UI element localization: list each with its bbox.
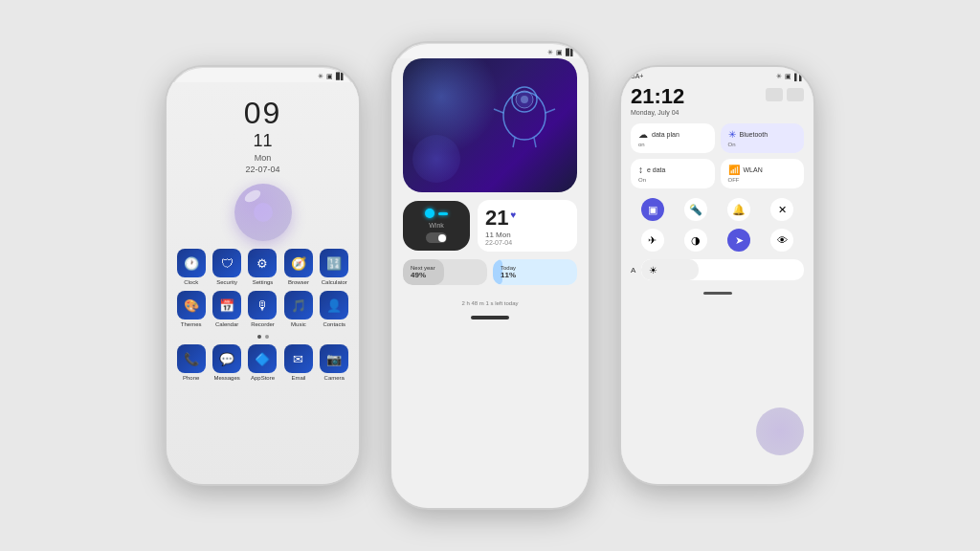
app-grid-row2: 🎨 Themes 📅 Calendar 🎙 Recorder 🎵 Music 👤… [176,291,349,327]
tile-wlan-label: WLAN [744,166,763,173]
tile-bt-sub: On [728,142,797,147]
tile-bluetooth[interactable]: ✳ Bluetooth On [721,123,805,153]
app-calendar-icon: 📅 [212,291,241,320]
bt3-icon: ✳ [776,73,782,80]
ctrl-torch[interactable]: 🔦 [684,198,707,221]
edata-icon: ↕ [638,165,643,175]
tile-edata-sub: On [638,177,707,183]
wlan-icon: 📶 [728,165,740,175]
date3: Monday, July 04 [631,109,684,116]
progress-today: Today 11% [493,259,577,285]
app-browser-label: Browser [288,279,309,285]
app-themes-label: Themes [181,321,202,327]
brightness-slider[interactable]: ☀ [641,259,804,280]
dot-active [257,335,261,339]
app-store-icon: 🔷 [248,344,277,373]
eye-right [438,212,448,215]
app-grid-row3: 📞 Phone 💬 Messages 🔷 AppStore ✉ Email 📷 … [176,344,349,381]
app-msg-icon: 💬 [212,344,241,373]
bt2-icon: ✳ [547,49,553,56]
clock-widget: 09 11 Mon 22-07-04 [176,96,349,174]
tile-data-plan[interactable]: ☁ data plan on [631,123,715,153]
app-browser-icon: 🧭 [284,249,313,277]
app-calculator[interactable]: 🔢 Calculator [320,249,349,285]
sig2-icon: ▣ [556,49,563,56]
earbud-decoration [756,408,804,455]
svg-line-4 [546,109,555,113]
ctrl-sidebar[interactable]: ▣ [641,198,664,221]
ctrl-bell[interactable]: 🔔 [727,198,750,221]
tile-wlan-sub: OFF [728,177,797,183]
phone1-status-bar: ✳ ▣ ▊▌ [167,67,359,82]
heart-icon: ♥ [510,209,516,220]
hero-widget [403,58,577,192]
svg-point-7 [521,96,528,103]
app-appstore[interactable]: 🔷 AppStore [248,344,278,381]
ctrl-dnd[interactable]: ✕ [770,198,793,221]
app-themes[interactable]: 🎨 Themes [176,291,206,327]
phone1-status-icons: ✳ ▣ ▊▌ [318,73,345,80]
app-phone-icon: 📞 [177,344,206,373]
bubble-decoration [234,184,292,241]
app-music[interactable]: 🎵 Music [283,291,313,327]
app-security[interactable]: 🛡 Security [212,249,241,285]
app-email-label: Email [291,375,305,381]
app-messages[interactable]: 💬 Messages [212,344,241,381]
app-themes-icon: 🎨 [177,291,206,320]
app-contacts[interactable]: 👤 Contacts [320,291,349,327]
app-grid-row1: 🕐 Clock 🛡 Security ⚙ Settings 🧭 Browser … [176,249,349,285]
wink-eyes [425,209,448,218]
tile-edata-label: e data [647,166,665,173]
phone-1: ✳ ▣ ▊▌ 09 11 Mon 22-07-04 🕐 Clock 🛡 Secu… [165,65,361,486]
date-ymd: 22-07-04 [485,239,569,246]
app-email[interactable]: ✉ Email [283,344,313,381]
date-weekday: 11 Mon [485,231,569,239]
phone3-home-indicator[interactable] [703,292,732,295]
home-indicator[interactable] [471,316,509,320]
phone2-status-icons: ✳ ▣ ▊▌ [547,49,575,56]
page-dots [176,335,349,339]
tile-edata[interactable]: ↕ e data On [631,159,715,188]
app-phone[interactable]: 📞 Phone [176,344,206,381]
app-contacts-label: Contacts [323,321,345,327]
app-browser[interactable]: 🧭 Browser [283,249,313,285]
app-recorder-label: Recorder [251,321,275,327]
app-camera[interactable]: 📷 Camera [320,344,349,381]
ctrl-location[interactable]: ➤ [727,229,750,252]
phone-2: ✳ ▣ ▊▌ [390,41,590,510]
clock-mins: 11 [176,131,349,151]
phone-3: SA+ ✳ ▣ ▌▌ 21:12 Monday, July 04 ☁ data … [619,65,815,486]
bat2-icon: ▊▌ [566,49,575,56]
tile-wlan[interactable]: 📶 WLAN OFF [721,159,805,188]
app-music-label: Music [291,321,306,327]
app-clock-icon: 🕐 [177,249,206,277]
app-recorder[interactable]: 🎙 Recorder [248,291,278,327]
progress-row: Next year 49% Today 11% [403,259,577,285]
app-calculator-label: Calculator [322,279,347,285]
ctrl-contrast[interactable]: ◑ [684,229,707,252]
ctrl-eye[interactable]: 👁 [770,229,793,252]
wink-toggle[interactable] [426,232,447,243]
app-clock[interactable]: 🕐 Clock [176,249,206,285]
app-calendar[interactable]: 📅 Calendar [212,291,241,327]
app-settings[interactable]: ⚙ Settings [248,249,278,285]
app-calculator-icon: 🔢 [320,249,348,277]
phone2-body: Wink 21 ♥ 11 Mon 22-07-04 Next year 49% [391,58,589,508]
phone3-status-bar: SA+ ✳ ▣ ▌▌ [631,71,804,84]
top-right-icon2[interactable] [787,88,804,101]
phone3-status-icons: ✳ ▣ ▌▌ [776,73,804,80]
ctrl-airplane[interactable]: ✈ [641,229,664,252]
phone1-body: 09 11 Mon 22-07-04 🕐 Clock 🛡 Security ⚙ … [167,82,359,484]
phone3-body: SA+ ✳ ▣ ▌▌ 21:12 Monday, July 04 ☁ data … [621,67,813,484]
battery-text: 2 h 48 m 1 s left today [403,300,577,310]
app-camera-icon: 📷 [320,344,348,373]
sig3-icon: ▣ [785,73,791,80]
wink-widget: Wink [403,201,470,251]
app-camera-label: Camera [324,375,345,381]
quick-tiles: ☁ data plan on ✳ Bluetooth On ↕ e data O… [631,123,804,188]
phone2-status-bar: ✳ ▣ ▊▌ [391,43,589,58]
phone3-carrier: SA+ [631,73,643,80]
app-contacts-icon: 👤 [320,291,348,320]
eye-left [425,209,434,218]
top-right-icon1[interactable] [766,88,783,101]
